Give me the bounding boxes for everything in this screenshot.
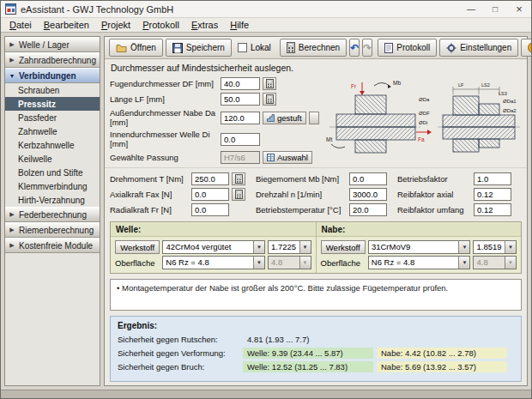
drehzahl-input[interactable]	[349, 188, 387, 201]
moment-label: Mb	[393, 80, 401, 86]
calculate-button[interactable]: Berechnen	[280, 39, 347, 57]
calc-helper-button[interactable]	[232, 172, 245, 185]
sidebar-section-welle-lager[interactable]: Welle / Lager	[5, 37, 100, 52]
sidebar-item-bolzen-und-stifte[interactable]: Bolzen und Stifte	[5, 166, 100, 179]
welle-werkstoff-button[interactable]: Werkstoff	[115, 240, 160, 254]
result-row: Sicherheit gegen Verformung: Welle: 9.39…	[118, 348, 514, 359]
aussendurchmesser-input[interactable]	[221, 112, 260, 124]
fugendurchmesser-input[interactable]	[221, 77, 260, 90]
welle-surface-select[interactable]: N6 Rz = 4.8	[162, 256, 265, 269]
app-icon	[5, 3, 16, 15]
nabe-material-select[interactable]: 31CrMoV9	[368, 240, 471, 254]
sidebar-section-label: Kostenfreie Module	[19, 241, 93, 251]
results-title: Ergebnis:	[118, 321, 514, 330]
menu-datei[interactable]: Datei	[3, 19, 38, 31]
form-row: Axialkraft Fax [N]	[110, 188, 245, 201]
sidebar-item-presssitz[interactable]: Presssitz	[5, 97, 100, 111]
maximize-button[interactable]: □	[483, 1, 507, 17]
help-button[interactable]: Hilfe	[521, 39, 532, 57]
undo-icon: ↶	[350, 42, 359, 54]
protocol-button[interactable]: Protokoll	[378, 39, 437, 57]
nabe-header: Nabe:	[317, 223, 522, 237]
dim-label: ØDa1	[503, 99, 517, 104]
reibfaktor-umfang-input[interactable]	[474, 203, 511, 216]
chevron-down-icon	[253, 257, 264, 269]
sidebar-section-riemenberechnung[interactable]: Riemenberechnung	[5, 222, 100, 238]
sidebar-filler	[5, 253, 100, 385]
form-row: Betriebstemperatur [°C]	[256, 203, 387, 216]
sidebar-section-verbindungen[interactable]: Verbindungen	[5, 68, 100, 83]
menu-projekt[interactable]: Projekt	[95, 19, 136, 31]
reibfaktor-axial-input[interactable]	[474, 188, 511, 201]
laenge-input[interactable]	[221, 93, 260, 106]
field-label: Reibfaktor axial	[397, 190, 471, 199]
chevron-down-icon	[505, 257, 516, 269]
dim-label: LF	[458, 82, 464, 88]
betriebsfaktor-input[interactable]	[474, 172, 511, 185]
sidebar-item-hirth-verzahnung[interactable]: Hirth-Verzahnung	[5, 193, 100, 207]
menu-extras[interactable]: Extras	[185, 19, 224, 31]
calc-helper-button[interactable]	[263, 93, 276, 106]
chevron-down-icon	[505, 241, 516, 253]
dim-label: ØDa2	[503, 108, 517, 113]
window-bottom-edge	[1, 390, 531, 398]
menu-protokoll[interactable]: Protokoll	[136, 19, 185, 31]
save-button[interactable]: Speichern	[166, 39, 232, 57]
sidebar-item-passfeder[interactable]: Passfeder	[5, 111, 100, 124]
sidebar-section-federberechnung[interactable]: Federberechnung	[5, 207, 100, 222]
form-row: Drehzahl n [1/min]	[256, 188, 387, 201]
betriebstemperatur-input[interactable]	[349, 203, 387, 216]
menu-bearbeiten[interactable]: Bearbeiten	[38, 19, 95, 31]
form-row: Drehmoment T [Nm]	[110, 172, 245, 185]
chevron-right-icon	[9, 57, 15, 63]
sidebar-item-klemmverbindung[interactable]: Klemmverbindung	[5, 179, 100, 193]
main-panel: Öffnen Speichern Lokal	[104, 36, 528, 386]
nabe-panel: Nabe: Werkstoff 31CrMoV9 1.8519 O	[316, 222, 522, 273]
undo-button[interactable]: ↶	[349, 39, 360, 57]
chevron-right-icon	[9, 227, 15, 233]
menu-hilfe[interactable]: Hilfe	[224, 19, 255, 31]
chevron-down-icon	[9, 73, 15, 79]
welle-material-select[interactable]: 42CrMo4 vergütet	[162, 240, 265, 254]
result-row: Sicherheit gegen Bruch: Welle: 12.52 (31…	[118, 361, 514, 372]
calc-helper-button[interactable]	[232, 188, 245, 201]
auswahl-button[interactable]: Auswahl	[263, 151, 312, 164]
innendurchmesser-input[interactable]	[221, 133, 260, 146]
calculator-icon	[287, 42, 295, 53]
sidebar-item-zahnwelle[interactable]: Zahnwelle	[5, 124, 100, 138]
gestuft-detail-button[interactable]	[309, 112, 319, 124]
sidebar-item-kerbzahnwelle[interactable]: Kerbzahnwelle	[5, 138, 100, 152]
chevron-right-icon	[9, 242, 15, 249]
settings-button[interactable]: Einstellungen	[439, 39, 518, 57]
redo-button[interactable]: ↷	[362, 39, 372, 57]
field-label: Fugendurchmesser DF [mm]	[110, 79, 218, 88]
geometry-section: Fugendurchmesser DF [mm] Läng	[105, 75, 527, 167]
field-label: Radialkraft Fr [N]	[110, 205, 189, 215]
sidebar-section-kostenfreie-module[interactable]: Kostenfreie Module	[5, 238, 100, 253]
gestuft-button[interactable]: gestuft	[263, 112, 306, 124]
field-label: Axialkraft Fax [N]	[110, 190, 189, 199]
oberflaeche-label: Oberfläche	[115, 258, 160, 268]
nabe-surface-select[interactable]: N6 Rz = 4.8	[368, 256, 471, 269]
welle-material-number-select[interactable]: 1.7225	[268, 240, 311, 254]
page-subtitle: Durchmesser auf Mindestsicherheit ausleg…	[105, 59, 527, 75]
minimize-button[interactable]: —	[459, 1, 483, 17]
local-checkbox[interactable]	[238, 43, 247, 52]
field-label: Drehzahl n [1/min]	[256, 190, 347, 199]
biegemoment-input[interactable]	[349, 172, 387, 185]
calculator-icon	[266, 79, 274, 88]
calc-helper-button[interactable]	[263, 77, 276, 90]
drehmoment-input[interactable]	[191, 172, 229, 185]
sidebar-item-schrauben[interactable]: Schrauben	[5, 83, 100, 97]
sidebar-item-keilwelle[interactable]: Keilwelle	[5, 152, 100, 166]
sidebar-section-zahnradberechnung[interactable]: Zahnradberechnung	[5, 52, 100, 68]
close-button[interactable]: ×	[507, 1, 531, 17]
nabe-werkstoff-button[interactable]: Werkstoff	[321, 240, 366, 254]
dim-label: LS2	[481, 82, 490, 88]
nabe-material-number-select[interactable]: 1.8519	[473, 240, 517, 254]
field-label: Außendurchmesser Nabe Da [mm]	[110, 108, 218, 127]
radialkraft-input[interactable]	[191, 203, 229, 216]
axialkraft-input[interactable]	[191, 188, 229, 201]
chevron-right-icon	[9, 211, 15, 218]
open-button[interactable]: Öffnen	[109, 39, 163, 57]
